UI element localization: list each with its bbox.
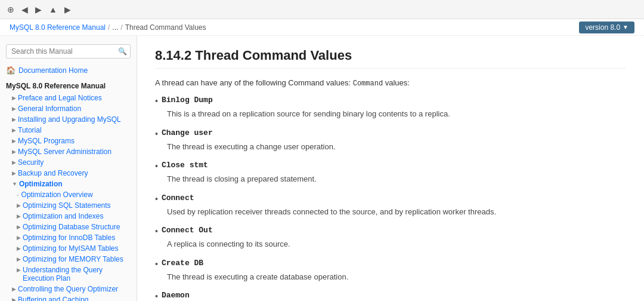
nav-icon-btn[interactable]: ⊕ [5, 4, 17, 16]
sidebar-link[interactable]: Controlling the Query Optimizer [18, 285, 118, 293]
breadcrumb-manual-link[interactable]: MySQL 8.0 Reference Manual [10, 23, 106, 32]
sidebar-link[interactable]: Optimizing for InnoDB Tables [23, 234, 115, 242]
expand-icon: ▶ [17, 224, 21, 230]
entry-desc: The thread is executing a create databas… [155, 271, 626, 283]
expand-icon: ▶ [12, 95, 16, 101]
sidebar-link[interactable]: Optimization and Indexes [23, 212, 103, 220]
sidebar-item-programs[interactable]: ▶ MySQL Programs [0, 136, 137, 146]
sidebar-item-installing[interactable]: ▶ Installing and Upgrading MySQL [0, 114, 137, 125]
sidebar-link[interactable]: Understanding the Query Execution Plan [23, 266, 131, 282]
intro-code: Command [353, 79, 383, 88]
sidebar-link[interactable]: Optimizing for MEMORY Tables [23, 255, 123, 263]
sidebar-item-opt-overview[interactable]: ◦ Optimization Overview [0, 189, 137, 200]
sidebar-link[interactable]: Optimization Overview [21, 191, 93, 199]
expand-icon: ▶ [17, 267, 21, 273]
sidebar-link[interactable]: Optimizing Database Structure [23, 223, 120, 231]
sidebar-item-buffering[interactable]: ▶ Buffering and Caching [0, 294, 137, 301]
sidebar-item-opt-memory[interactable]: ▶ Optimizing for MEMORY Tables [0, 254, 137, 265]
bullet-icon: • [155, 226, 158, 236]
expand-icon: ▶ [12, 138, 16, 144]
sidebar-item-opt-innodb[interactable]: ▶ Optimizing for InnoDB Tables [0, 232, 137, 243]
entry-create-db: • Create DB The thread is executing a cr… [155, 259, 626, 283]
sidebar-item-opt-indexes[interactable]: ▶ Optimization and Indexes [0, 211, 137, 222]
sidebar-item-server-admin[interactable]: ▶ MySQL Server Administration [0, 146, 137, 157]
sidebar-link[interactable]: Buffering and Caching [18, 296, 89, 301]
up-btn[interactable]: ▲ [47, 4, 60, 16]
search-icon: 🔍 [118, 47, 127, 56]
entry-binlog-dump: • Binlog Dump This is a thread on a repl… [155, 96, 626, 120]
entry-desc: The thread is executing a change user op… [155, 141, 626, 153]
sidebar-item-opt-db-struct[interactable]: ▶ Optimizing Database Structure [0, 222, 137, 232]
sidebar-link[interactable]: Optimizing for MyISAM Tables [23, 244, 119, 253]
bullet-icon: • [155, 259, 158, 269]
sidebar-link[interactable]: Preface and Legal Notices [18, 94, 102, 102]
version-label: version 8.0 [585, 23, 620, 32]
sidebar-link[interactable]: Optimization [19, 180, 63, 188]
back-btn[interactable]: ◀ [19, 4, 30, 16]
doc-home-link[interactable]: Documentation Home [18, 66, 88, 75]
expand-icon: ▶ [12, 106, 16, 112]
sidebar-item-query-optimizer[interactable]: ▶ Controlling the Query Optimizer [0, 284, 137, 294]
sidebar-item-opt-myisam[interactable]: ▶ Optimizing for MyISAM Tables [0, 243, 137, 254]
sidebar-link[interactable]: MySQL Programs [18, 137, 75, 145]
bullet-icon: • [155, 194, 158, 204]
sidebar-manual-title: MySQL 8.0 Reference Manual [0, 78, 137, 93]
entry-term-label: Binlog Dump [162, 96, 213, 105]
sidebar-link[interactable]: Optimizing SQL Statements [23, 201, 111, 210]
sidebar-item-general[interactable]: ▶ General Information [0, 103, 137, 114]
sidebar-item-preface[interactable]: ▶ Preface and Legal Notices [0, 93, 137, 103]
expand-icon: ▶ [12, 116, 16, 122]
sidebar-item-opt-query-exec[interactable]: ▶ Understanding the Query Execution Plan [0, 265, 137, 284]
entry-term-label: Connect Out [162, 226, 213, 235]
entry-desc: A replica is connecting to its source. [155, 238, 626, 250]
home-icon: 🏠 [6, 66, 16, 75]
sidebar-link[interactable]: Security [18, 158, 44, 167]
sidebar-item-security[interactable]: ▶ Security [0, 157, 137, 168]
expand-icon: ▶ [17, 235, 21, 241]
sidebar-link[interactable]: Tutorial [18, 126, 42, 134]
expand-icon: ▶ [12, 170, 16, 176]
search-input[interactable] [6, 44, 131, 59]
sidebar-item-tutorial[interactable]: ▶ Tutorial [0, 125, 137, 136]
expand-icon: ▶ [12, 149, 16, 155]
entry-term-label: Connect [162, 194, 194, 202]
breadcrumb-sep1: / [108, 23, 110, 32]
entry-term-label: Close stmt [162, 161, 208, 170]
main-content: 8.14.2 Thread Command Values A thread ca… [137, 36, 644, 301]
expand-icon: ▶ [12, 286, 16, 292]
sidebar: 🔍 🏠 Documentation Home MySQL 8.0 Referen… [0, 36, 137, 301]
breadcrumb-bar: MySQL 8.0 Reference Manual / ... / Threa… [0, 19, 644, 36]
search-container: 🔍 [0, 41, 137, 62]
forward-btn[interactable]: ▶ [33, 4, 44, 16]
bullet-icon: • [155, 96, 158, 106]
sidebar-link[interactable]: Installing and Upgrading MySQL [18, 115, 121, 124]
bullet-icon: • [155, 291, 158, 301]
expand-icon: ▶ [17, 256, 21, 262]
breadcrumb-sep2: / [120, 23, 122, 32]
expand-icon: ▶ [12, 159, 16, 165]
sidebar-item-backup[interactable]: ▶ Backup and Recovery [0, 168, 137, 179]
sidebar-link[interactable]: MySQL Server Administration [18, 148, 112, 156]
page-title: 8.14.2 Thread Command Values [155, 48, 626, 69]
breadcrumb-ellipsis: ... [112, 23, 118, 32]
sidebar-item-opt-sql[interactable]: ▶ Optimizing SQL Statements [0, 200, 137, 211]
entry-desc: The thread is closing a prepared stateme… [155, 173, 626, 185]
expand-icon: ▶ [12, 127, 16, 133]
main-layout: 🔍 🏠 Documentation Home MySQL 8.0 Referen… [0, 36, 644, 301]
next-btn[interactable]: ▶ [62, 4, 73, 16]
entry-close-stmt: • Close stmt The thread is closing a pre… [155, 161, 626, 185]
expand-icon: ▶ [17, 245, 21, 251]
sidebar-link[interactable]: General Information [18, 105, 81, 113]
entry-term-label: Change user [162, 128, 213, 137]
doc-home-item[interactable]: 🏠 Documentation Home [0, 62, 137, 78]
expand-icon: ▶ [12, 297, 16, 301]
sidebar-link[interactable]: Backup and Recovery [18, 169, 88, 177]
version-badge[interactable]: version 8.0 ▼ [579, 22, 634, 33]
bullet-icon: • [155, 129, 158, 139]
expand-icon: ▶ [17, 202, 21, 208]
version-arrow: ▼ [623, 24, 628, 30]
collapse-icon: ▼ [12, 181, 17, 187]
sidebar-item-optimization[interactable]: ▼ Optimization [0, 179, 137, 189]
entry-desc: Used by replication receiver threads con… [155, 206, 626, 218]
entry-desc: This is a thread on a replication source… [155, 108, 626, 120]
